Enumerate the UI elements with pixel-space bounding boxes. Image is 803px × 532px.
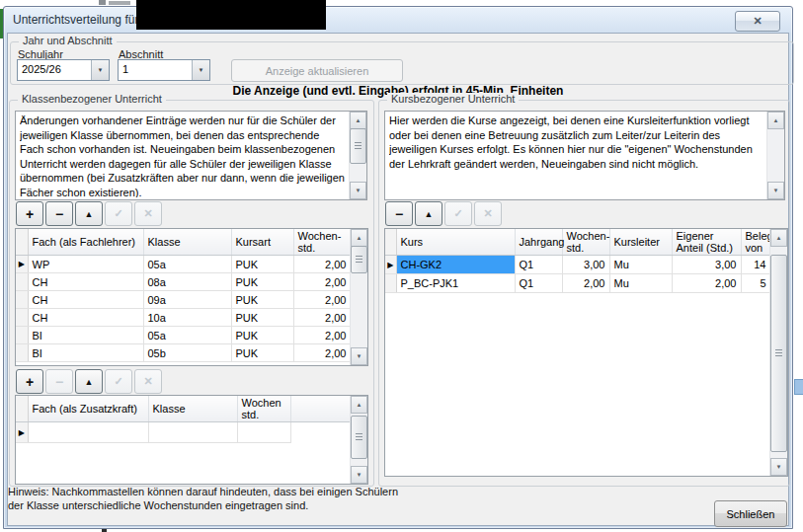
scroll-down-icon[interactable]: ▼ xyxy=(350,182,366,199)
insert-button[interactable]: + xyxy=(16,201,43,226)
grid-cell[interactable]: 14 xyxy=(741,256,770,274)
table-row[interactable]: ▶CH-GK2Q13,00Mu3,0014 xyxy=(385,256,770,274)
course-grid-toolbar: −▲✓✕ xyxy=(385,201,502,226)
table-row[interactable]: CH10aPUK2,00 xyxy=(16,309,351,327)
row-indicator-cell xyxy=(385,274,396,293)
grid-cell[interactable]: 09a xyxy=(143,291,231,309)
scroll-up-icon[interactable]: ▲ xyxy=(351,229,367,247)
scroll-down-icon[interactable]: ▼ xyxy=(351,466,367,484)
cancel-button: ✕ xyxy=(474,201,502,226)
grid-cell[interactable] xyxy=(148,422,237,443)
delete-button[interactable]: − xyxy=(45,201,73,226)
scroll-down-icon[interactable]: ▼ xyxy=(767,182,784,199)
table-row[interactable]: BI05aPUK2,00 xyxy=(16,327,351,344)
grid-cell[interactable]: PUK xyxy=(231,327,293,344)
assistant-grid-scrollbar[interactable]: ▲ ▼ xyxy=(350,396,367,484)
grid-cell[interactable] xyxy=(237,422,290,443)
table-row[interactable]: BI05bPUK2,00 xyxy=(16,344,351,362)
grid-cell[interactable]: 2,00 xyxy=(293,309,351,327)
grid-cell[interactable]: PUK xyxy=(231,344,293,362)
scrollbar-thumb[interactable] xyxy=(351,246,367,273)
teacher-grid-scrollbar[interactable]: ▲ ▼ xyxy=(350,229,367,365)
table-row[interactable]: ▶ xyxy=(16,422,351,443)
abschnitt-select[interactable]: 1 ▼ xyxy=(118,59,210,81)
grid-cell[interactable]: PUK xyxy=(231,291,293,309)
kurs-description-text: Hier werden die Kurse angezeigt, bei den… xyxy=(389,114,763,197)
grid-cell[interactable]: 2,00 xyxy=(293,327,351,344)
table-row[interactable]: CH09aPUK2,00 xyxy=(16,291,351,309)
grid-cell[interactable]: 2,00 xyxy=(293,256,351,273)
grid-cell[interactable]: Q1 xyxy=(515,256,562,274)
description-scrollbar[interactable]: ▲ ▼ xyxy=(349,112,366,199)
grid-cell[interactable] xyxy=(28,422,148,443)
column-header: Wochen- std. xyxy=(293,229,351,256)
row-indicator-cell xyxy=(16,309,28,327)
grid-cell[interactable]: 2,00 xyxy=(562,274,609,293)
grid-cell[interactable]: 08a xyxy=(143,273,231,291)
grid-cell[interactable]: WP xyxy=(28,256,143,273)
grid-cell[interactable]: 2,00 xyxy=(293,273,351,291)
row-indicator-cell xyxy=(16,344,28,362)
scrollbar-thumb[interactable] xyxy=(770,255,787,452)
grid-cell[interactable]: 05b xyxy=(143,344,231,362)
grid-cell[interactable]: 05a xyxy=(143,256,231,273)
scroll-up-icon[interactable]: ▲ xyxy=(770,229,787,247)
scroll-up-icon[interactable]: ▲ xyxy=(351,396,367,414)
table-row[interactable]: ▶WP05aPUK2,00 xyxy=(16,256,351,273)
scrollbar-thumb[interactable] xyxy=(351,416,367,459)
dropdown-arrow-icon[interactable]: ▼ xyxy=(192,60,209,80)
grid-cell[interactable]: CH xyxy=(28,309,143,327)
grid-cell[interactable]: Mu xyxy=(609,274,672,293)
dropdown-arrow-icon[interactable]: ▼ xyxy=(91,60,109,80)
groupbox-label: Klassenbezogener Unterricht xyxy=(18,93,166,105)
edit-button[interactable]: ▲ xyxy=(75,201,103,226)
grid-cell[interactable]: CH xyxy=(28,273,143,291)
table-row[interactable]: P_BC-PJK1Q12,00Mu2,005 xyxy=(385,274,770,293)
scroll-up-icon[interactable]: ▲ xyxy=(767,112,784,129)
titlebar[interactable]: Unterrichtsverteilung für ✕ xyxy=(4,7,792,33)
column-header: Fach (als Zusatzkraft) xyxy=(28,396,148,422)
groupbox-jahr-und-abschnitt: Jahr und Abschnitt Schuljahr 2025/26 ▼ A… xyxy=(10,41,794,85)
grid-cell[interactable]: BI xyxy=(28,344,143,362)
background-window-sliver xyxy=(99,0,106,5)
grid-cell[interactable]: 2,00 xyxy=(293,344,351,362)
grid-cell[interactable]: Q1 xyxy=(515,274,562,293)
schuljahr-select[interactable]: 2025/26 ▼ xyxy=(17,59,110,81)
description-scrollbar[interactable]: ▲ ▼ xyxy=(766,112,784,199)
kurs-description-box: Hier werden die Kurse angezeigt, bei den… xyxy=(384,111,785,200)
grid-cell[interactable]: 3,00 xyxy=(672,256,741,274)
grid-cell[interactable]: PUK xyxy=(231,309,293,327)
grid-cell[interactable]: 3,00 xyxy=(562,256,609,274)
grid-cell[interactable]: Mu xyxy=(609,256,672,274)
grid-cell[interactable]: P_BC-PJK1 xyxy=(396,274,515,293)
teacher-grid-toolbar: +−▲✓✕ xyxy=(16,201,162,226)
grid-cell[interactable]: CH xyxy=(28,291,143,309)
scroll-up-icon[interactable]: ▲ xyxy=(350,112,366,129)
indicator-column-header xyxy=(16,229,28,256)
dialog-client-area: Jahr und Abschnitt Schuljahr 2025/26 ▼ A… xyxy=(7,33,789,526)
insert-button[interactable]: + xyxy=(16,369,43,394)
column-header: Kurs xyxy=(396,229,515,256)
close-icon[interactable]: ✕ xyxy=(735,11,780,32)
assistant-grid-toolbar: +−▲✓✕ xyxy=(16,369,162,394)
course-grid-scrollbar[interactable]: ▲ ▼ xyxy=(769,229,787,476)
scrollbar-thumb[interactable] xyxy=(350,128,366,164)
grid-cell[interactable]: 05a xyxy=(143,327,231,344)
schliessen-button[interactable]: Schließen xyxy=(714,500,787,527)
edit-button[interactable]: ▲ xyxy=(415,201,442,226)
column-header: Klasse xyxy=(143,229,231,256)
delete-button[interactable]: − xyxy=(385,201,413,226)
edit-button[interactable]: ▲ xyxy=(75,369,103,394)
grid-cell[interactable]: 10a xyxy=(143,309,231,327)
redaction-box xyxy=(136,0,326,30)
grid-cell[interactable]: 2,00 xyxy=(293,291,351,309)
scroll-down-icon[interactable]: ▼ xyxy=(770,458,787,476)
grid-cell[interactable]: 2,00 xyxy=(672,274,741,293)
grid-cell[interactable]: CH-GK2 xyxy=(396,256,515,274)
grid-cell[interactable]: BI xyxy=(28,327,143,344)
table-row[interactable]: CH08aPUK2,00 xyxy=(16,273,351,291)
grid-cell[interactable]: PUK xyxy=(231,256,293,273)
grid-cell[interactable]: 5 xyxy=(741,274,770,293)
scroll-down-icon[interactable]: ▼ xyxy=(351,347,367,365)
grid-cell[interactable]: PUK xyxy=(231,273,293,291)
